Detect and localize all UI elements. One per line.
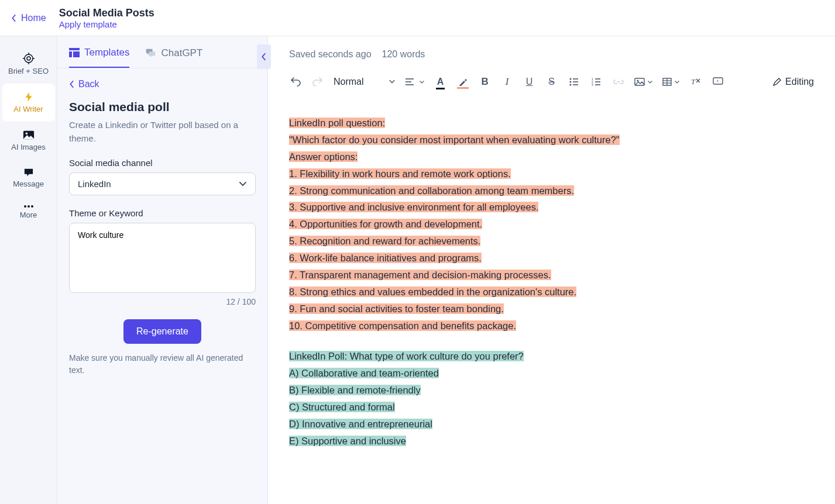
bold-button[interactable]: B bbox=[479, 75, 492, 89]
doc-line: 4. Opportunities for growth and developm… bbox=[289, 219, 482, 229]
highlight-color-button[interactable] bbox=[456, 75, 469, 89]
back-link[interactable]: Back bbox=[69, 79, 256, 89]
doc-line: 2. Strong communication and collaboratio… bbox=[289, 185, 574, 196]
svg-rect-13 bbox=[73, 51, 80, 57]
table-button[interactable] bbox=[662, 75, 680, 89]
bolt-icon bbox=[2, 92, 55, 102]
left-rail: Brief + SEO AI Writer AI Images Message … bbox=[0, 36, 57, 504]
tab-chatgpt[interactable]: ChatGPT bbox=[145, 47, 202, 68]
font-color-button[interactable]: A bbox=[434, 75, 447, 89]
link-button[interactable] bbox=[612, 75, 625, 89]
image-button[interactable] bbox=[634, 75, 653, 89]
bullet-list-button[interactable] bbox=[568, 75, 580, 89]
numbered-list-button[interactable]: 123 bbox=[590, 75, 603, 89]
templates-icon bbox=[69, 48, 80, 57]
format-label: Normal bbox=[334, 77, 364, 87]
char-count: 12 / 100 bbox=[69, 297, 256, 306]
mode-editing[interactable]: Editing bbox=[772, 77, 814, 87]
rail-label: Brief + SEO bbox=[8, 67, 49, 75]
align-button[interactable] bbox=[405, 75, 425, 89]
doc-line: "Which factor do you consider most impor… bbox=[289, 134, 620, 145]
dots-icon bbox=[2, 205, 55, 208]
svg-point-8 bbox=[24, 205, 26, 208]
redo-button[interactable] bbox=[311, 75, 324, 89]
doc-line: LinkedIn poll question: bbox=[289, 118, 385, 128]
chevron-down-icon bbox=[389, 80, 396, 84]
channel-value: LinkedIn bbox=[78, 179, 111, 189]
title-block: Social Media Posts Apply template bbox=[59, 7, 154, 29]
doc-line: 10. Competitive compensation and benefit… bbox=[289, 320, 516, 331]
doc-line: D) Innovative and entrepreneurial bbox=[289, 419, 432, 429]
tab-label: Templates bbox=[84, 47, 129, 58]
svg-text:T: T bbox=[691, 77, 696, 86]
word-count: 120 words bbox=[382, 49, 425, 60]
svg-point-30 bbox=[637, 80, 638, 82]
chevron-left-icon bbox=[11, 14, 18, 22]
editor-toolbar: Normal A B I U S 123 bbox=[289, 75, 814, 97]
back-label: Back bbox=[78, 79, 99, 89]
rail-ai-writer[interactable]: AI Writer bbox=[2, 84, 55, 122]
chat-icon bbox=[2, 168, 55, 177]
layout: Brief + SEO AI Writer AI Images Message … bbox=[0, 36, 835, 504]
tab-label: ChatGPT bbox=[161, 47, 202, 59]
home-link[interactable]: Home bbox=[11, 13, 46, 23]
chatgpt-icon bbox=[145, 48, 156, 58]
regenerate-button[interactable]: Re-generate bbox=[123, 319, 201, 344]
panel-body: Back Social media poll Create a Linkedin… bbox=[57, 68, 267, 387]
theme-textarea[interactable] bbox=[69, 223, 256, 293]
doc-line: 1. Flexibility in work hours and remote … bbox=[289, 168, 511, 179]
doc-line: 3. Supportive and inclusive environment … bbox=[289, 202, 538, 212]
panel-collapse-handle[interactable] bbox=[257, 44, 271, 69]
svg-point-9 bbox=[28, 205, 30, 208]
rail-label: More bbox=[20, 210, 37, 219]
rail-message[interactable]: Message bbox=[2, 160, 55, 196]
panel-desc: Create a Linkedin or Twitter poll based … bbox=[69, 119, 256, 145]
theme-label: Theme or Keyword bbox=[69, 208, 256, 218]
doc-line: 9. Fun and social activities to foster t… bbox=[289, 303, 504, 314]
review-note: Make sure you manually review all AI gen… bbox=[69, 352, 256, 377]
underline-button[interactable]: U bbox=[523, 75, 536, 89]
doc-line: B) Flexible and remote-friendly bbox=[289, 385, 421, 395]
chevron-left-icon bbox=[69, 80, 75, 88]
editor-region: Saved seconds ago 120 words Normal A bbox=[268, 36, 835, 504]
chevron-left-icon bbox=[261, 53, 267, 61]
svg-point-1 bbox=[27, 57, 30, 60]
channel-select[interactable]: LinkedIn bbox=[69, 172, 256, 195]
clear-format-button[interactable]: T bbox=[689, 75, 702, 89]
image-icon bbox=[2, 130, 55, 140]
save-status: Saved seconds ago bbox=[289, 49, 372, 60]
doc-line: LinkedIn Poll: What type of work culture… bbox=[289, 351, 524, 361]
undo-button[interactable] bbox=[289, 75, 302, 89]
side-panel: Templates ChatGPT Back Social media poll… bbox=[57, 36, 268, 504]
chevron-down-icon bbox=[674, 80, 680, 84]
doc-line: A) Collaborative and team-oriented bbox=[289, 368, 439, 378]
rail-brief-seo[interactable]: Brief + SEO bbox=[2, 44, 55, 84]
format-select[interactable]: Normal bbox=[334, 77, 396, 87]
rail-ai-images[interactable]: AI Images bbox=[2, 122, 55, 160]
home-label: Home bbox=[21, 13, 46, 23]
mode-label: Editing bbox=[785, 77, 814, 87]
panel-tabs: Templates ChatGPT bbox=[57, 36, 267, 68]
rail-more[interactable]: More bbox=[2, 196, 55, 227]
tab-templates[interactable]: Templates bbox=[69, 47, 129, 68]
svg-rect-12 bbox=[69, 51, 72, 57]
highlight-icon bbox=[458, 77, 468, 87]
chevron-down-icon bbox=[647, 80, 653, 84]
comment-button[interactable]: + bbox=[712, 75, 724, 89]
doc-line: Answer options: bbox=[289, 151, 358, 162]
doc-line: C) Structured and formal bbox=[289, 402, 395, 412]
svg-point-17 bbox=[569, 78, 571, 80]
target-icon bbox=[2, 53, 55, 64]
pencil-icon bbox=[772, 77, 782, 87]
apply-template-link[interactable]: Apply template bbox=[59, 19, 154, 29]
svg-text:3: 3 bbox=[592, 83, 593, 86]
channel-label: Social media channel bbox=[69, 158, 256, 168]
panel-title: Social media poll bbox=[69, 100, 256, 114]
editor-body[interactable]: LinkedIn poll question: "Which factor do… bbox=[289, 115, 814, 450]
svg-point-21 bbox=[569, 84, 571, 86]
font-color-icon: A bbox=[437, 77, 444, 87]
doc-line: 7. Transparent management and decision-m… bbox=[289, 270, 551, 280]
strike-button[interactable]: S bbox=[545, 75, 558, 89]
italic-button[interactable]: I bbox=[501, 75, 514, 89]
rail-label: Message bbox=[13, 179, 44, 188]
